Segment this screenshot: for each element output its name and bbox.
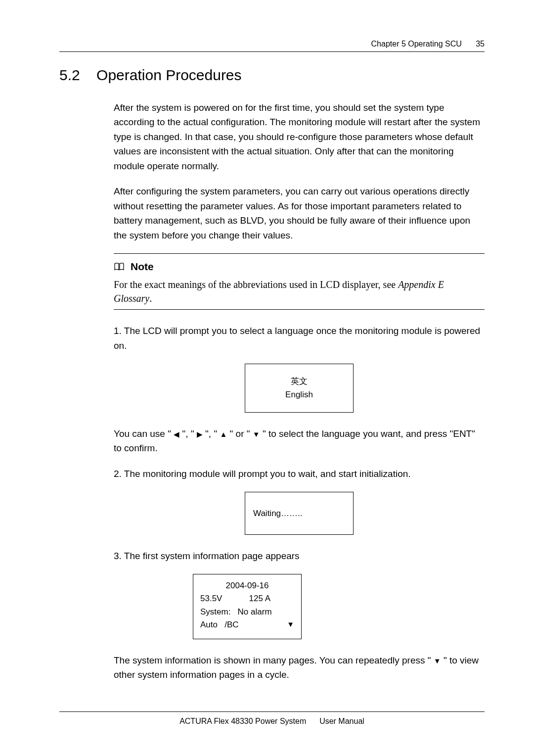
note-text-pre: For the exact meanings of the abbreviati… (114, 279, 398, 290)
paragraph-intro-2: After configuring the system parameters,… (114, 184, 485, 242)
lcd-current: 125 A (249, 592, 271, 605)
lcd-language-select: 英文 English (245, 364, 354, 413)
lcd-mode: Auto (200, 620, 218, 629)
step-3-text: 3. The first system information page app… (114, 549, 485, 563)
section-heading: 5.2 Operation Procedures (59, 67, 485, 84)
arrow-down-icon: ▼ (434, 655, 441, 666)
nav-mid3: " or " (227, 428, 253, 439)
paragraph-intro-1: After the system is powered on for the f… (114, 100, 485, 173)
arrow-right-icon: ▶ (197, 428, 203, 440)
lcd-waiting: Waiting…….. (245, 492, 354, 534)
lcd-date: 2004-09-16 (200, 579, 294, 592)
header-page-number: 35 (476, 40, 485, 48)
lcd-system-value: No alarm (238, 607, 272, 616)
note-label: Note (131, 259, 154, 275)
system-info-cycle-text: The system information is shown in many … (114, 653, 485, 682)
lcd-system-info: 2004-09-16 53.5V 125 A System: No alarm … (193, 574, 302, 639)
footer-product: ACTURA Flex 48330 Power System (179, 717, 306, 725)
lcd-line-en: English (251, 388, 347, 401)
lcd-line-cn: 英文 (251, 375, 347, 388)
section-number: 5.2 (59, 67, 80, 83)
arrow-up-icon: ▲ (220, 428, 227, 440)
step-2-text: 2. The monitoring module will prompt you… (114, 467, 485, 481)
arrow-down-icon: ▼ (253, 428, 260, 440)
nav-mid1: ", " (179, 428, 197, 439)
nav-pre: You can use " (114, 428, 174, 439)
lcd-waiting-text: Waiting…….. (253, 507, 345, 520)
section-title: Operation Procedures (96, 67, 242, 83)
note-block: Note For the exact meanings of the abbre… (114, 253, 485, 310)
note-body: For the exact meanings of the abbreviati… (114, 278, 485, 310)
lcd-system-label: System: (200, 607, 230, 616)
note-text-post: . (149, 293, 152, 304)
arrow-left-icon: ◀ (174, 428, 179, 440)
step-1-text: 1. The LCD will prompt you to select a l… (114, 324, 485, 353)
footer-doc-type: User Manual (319, 717, 364, 725)
nav-instruction: You can use " ◀ ", " ▶ ", " ▲ " or " ▼ "… (114, 426, 485, 456)
header-chapter: Chapter 5 Operating SCU (371, 40, 462, 48)
nav-mid2: ", " (203, 428, 220, 439)
book-icon (114, 262, 125, 271)
page-footer: ACTURA Flex 48330 Power System User Manu… (59, 711, 485, 726)
page-header: Chapter 5 Operating SCU 35 (59, 40, 485, 52)
lcd-bc: /BC (224, 620, 238, 629)
cycle-pre: The system information is shown in many … (114, 655, 434, 665)
lcd-voltage: 53.5V (200, 592, 222, 605)
arrow-down-icon: ▼ (287, 618, 294, 631)
